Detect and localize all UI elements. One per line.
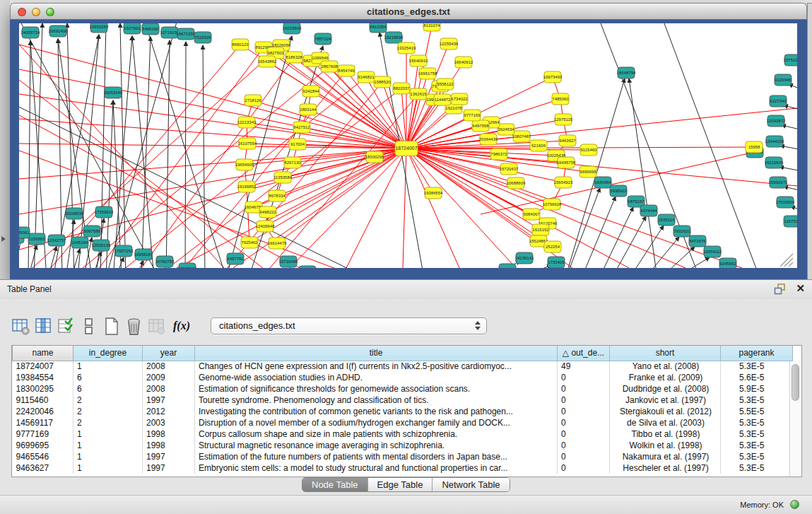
table-cell[interactable]: Changes of HCN gene expression and I(f) …: [195, 361, 558, 372]
graph-node[interactable]: 1092344: [299, 266, 316, 268]
table-panel-titlebar[interactable]: Table Panel ✕: [0, 280, 812, 299]
table-cell[interactable]: 5.3E-5: [721, 395, 793, 406]
table-cell[interactable]: 1: [73, 462, 143, 474]
graph-node[interactable]: 13325419: [397, 42, 416, 54]
table-cell[interactable]: 2003: [143, 417, 195, 428]
graph-node[interactable]: 15751074: [784, 54, 797, 66]
graph-node[interactable]: 9699695: [579, 166, 596, 177]
graph-node[interactable]: 1362615: [410, 88, 427, 100]
graph-node[interactable]: 12213343: [237, 117, 257, 128]
graph-node[interactable]: 14136141: [515, 252, 534, 264]
table-cell[interactable]: 49: [558, 361, 610, 372]
graph-node[interactable]: 15992971: [769, 177, 788, 188]
table-cell[interactable]: 0: [558, 440, 610, 451]
table-cell[interactable]: 5.5E-5: [721, 406, 793, 417]
graph-node[interactable]: 16033809: [283, 23, 302, 34]
table-cell[interactable]: Structural magnetic resonance image aver…: [195, 440, 558, 451]
graph-node[interactable]: 16648794: [617, 67, 636, 78]
table-cell[interactable]: Corpus callosum shape and size in male p…: [195, 428, 558, 440]
column-header-in_degree[interactable]: in_degree: [73, 346, 143, 361]
float-panel-icon[interactable]: [774, 284, 787, 295]
graph-node[interactable]: 24055724: [21, 27, 40, 38]
table-cell[interactable]: Yano et al. (2008): [610, 361, 721, 372]
graph-node[interactable]: 7632621: [673, 226, 690, 237]
table-cell[interactable]: 2: [73, 406, 143, 417]
graph-node[interactable]: 1145194: [71, 237, 88, 248]
table-cell[interactable]: 5.3E-5: [721, 417, 793, 428]
graph-node[interactable]: 16671355: [177, 28, 196, 40]
new-document-icon[interactable]: [102, 317, 121, 336]
split-view-icon[interactable]: [79, 317, 98, 336]
graph-node[interactable]: 1615152: [532, 224, 549, 235]
collapse-caret-icon[interactable]: [1, 236, 6, 242]
graph-node[interactable]: 9129946: [775, 74, 792, 86]
table-cell[interactable]: 1: [73, 428, 143, 440]
table-cell[interactable]: 0: [558, 406, 610, 417]
graph-node[interactable]: 10973493: [543, 71, 563, 83]
table-row[interactable]: 1872400712008Changes of HCN gene express…: [13, 361, 793, 372]
table-cell[interactable]: 1998: [143, 428, 195, 440]
table-cell[interactable]: 1998: [143, 440, 195, 451]
table-cell[interactable]: 1: [73, 361, 143, 372]
graph-node[interactable]: 2867608: [321, 61, 338, 72]
graph-node[interactable]: 9227343: [770, 95, 787, 107]
graph-node[interactable]: 9457791: [227, 253, 244, 264]
graph-node[interactable]: 19218596: [384, 32, 404, 43]
table-row[interactable]: 1938455462009Genome-wide association stu…: [13, 372, 793, 383]
network-canvas[interactable]: 2405572420691406106532871527602846616010…: [19, 23, 797, 268]
column-header-title[interactable]: title: [195, 346, 558, 361]
graph-node[interactable]: 10654112: [703, 246, 722, 257]
table-cell[interactable]: 2008: [143, 361, 195, 372]
graph-node[interactable]: 16961758: [418, 68, 437, 79]
graph-node[interactable]: 11353584: [273, 172, 293, 183]
graph-node[interactable]: 2718126: [245, 95, 261, 106]
graph-node[interactable]: 10756928: [543, 199, 562, 210]
table-cell[interactable]: 1: [73, 440, 143, 451]
table-cell[interactable]: 5.9E-5: [721, 383, 793, 395]
graph-node[interactable]: 9463627: [559, 135, 576, 146]
column-header-out-degree[interactable]: △ out_de...: [558, 346, 610, 361]
tab-edge-table[interactable]: Edge Table: [368, 478, 433, 491]
graph-node[interactable]: 8186328: [286, 52, 302, 63]
graph-node[interactable]: 19384554: [424, 187, 443, 199]
table-row[interactable]: 946362711997Embryonic stem cells: a mode…: [13, 462, 793, 474]
graph-node[interactable]: 16495758: [557, 157, 576, 168]
table-cell[interactable]: Genome-wide association studies in ADHD.: [195, 372, 558, 383]
graph-node[interactable]: 20364436: [479, 134, 498, 145]
table-cell[interactable]: 1997: [143, 451, 195, 462]
graph-node[interactable]: 17957253: [114, 245, 134, 257]
graph-node[interactable]: 20053346: [104, 87, 123, 98]
table-cell[interactable]: 9463627: [13, 462, 73, 474]
graph-node[interactable]: 12409948: [256, 221, 275, 232]
graph-node[interactable]: 7515526: [194, 32, 211, 43]
table-cell[interactable]: Stergiakouli et al. (2012): [610, 406, 721, 417]
column-header-year[interactable]: year: [143, 346, 195, 361]
table-cell[interactable]: Tibbo et al. (1998): [610, 428, 721, 440]
table-row[interactable]: 977716911998Corpus callosum shape and si…: [13, 428, 793, 440]
graph-node[interactable]: 1588520: [374, 76, 391, 88]
table-cell[interactable]: 0: [558, 451, 610, 462]
graph-node[interactable]: 8822037: [393, 83, 410, 94]
graph-node[interactable]: 12975115: [554, 114, 573, 125]
graph-node[interactable]: 9558122: [437, 78, 454, 90]
table-cell[interactable]: Franke et al. (2009): [610, 372, 721, 383]
table-cell[interactable]: 5.3E-5: [721, 428, 793, 440]
graph-node[interactable]: 12255436: [440, 38, 459, 49]
graph-node[interactable]: 252254: [544, 241, 561, 252]
graph-node[interactable]: 6497568: [472, 120, 489, 132]
table-cell[interactable]: Disruption of a novel member of a sodium…: [195, 417, 558, 428]
graph-node[interactable]: 17016504: [776, 197, 795, 208]
table-cell[interactable]: 9699695: [13, 440, 73, 451]
column-select-icon[interactable]: [34, 317, 53, 336]
table-cell[interactable]: 18724007: [13, 361, 73, 372]
table-cell[interactable]: 19384554: [13, 372, 73, 383]
table-cell[interactable]: Estimation of significance thresholds fo…: [195, 383, 558, 395]
table-cell[interactable]: 6: [73, 383, 143, 395]
table-row[interactable]: 911546021997Tourette syndrome. Phenomeno…: [13, 395, 793, 406]
table-cell[interactable]: Tourette syndrome. Phenomenology and cla…: [195, 395, 558, 406]
table-cell[interactable]: 5.3E-5: [721, 440, 793, 451]
table-cell[interactable]: 0: [558, 462, 610, 474]
graph-node[interactable]: 9146821: [358, 71, 375, 83]
graph-node[interactable]: 3624534: [498, 124, 514, 135]
tab-node-table[interactable]: Node Table: [302, 478, 368, 491]
